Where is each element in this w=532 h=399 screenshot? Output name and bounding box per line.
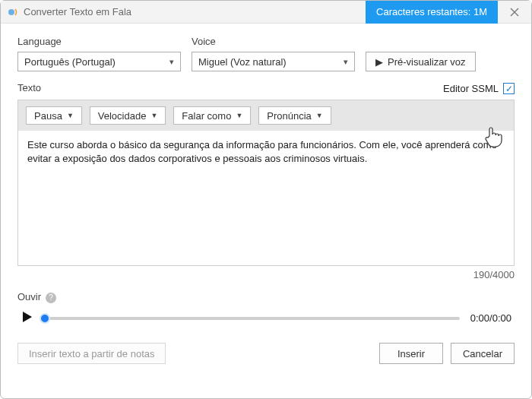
chars-remaining-badge: Caracteres restantes: 1M	[366, 1, 498, 24]
voice-column: Voice Miguel (Voz natural) ▾	[192, 36, 355, 71]
voice-value: Miguel (Voz natural)	[198, 56, 287, 68]
tool-speak-as[interactable]: Falar como▼	[173, 106, 251, 125]
titlebar: Converter Texto em Fala Caracteres resta…	[1, 1, 531, 24]
text-content: Este curso aborda o básico da segurança …	[27, 138, 505, 166]
ssml-toolbar: Pausa▼ Velocidade▼ Falar como▼ Pronúncia…	[17, 100, 515, 131]
dialog-window: Converter Texto em Fala Caracteres resta…	[0, 0, 532, 399]
chevron-down-icon: ▾	[169, 57, 174, 67]
svg-point-0	[8, 9, 14, 15]
editor-block: Pausa▼ Velocidade▼ Falar como▼ Pronúncia…	[17, 100, 515, 266]
footer-row: Inserir texto a partir de notas Inserir …	[17, 343, 515, 364]
app-icon	[7, 6, 19, 18]
audio-player: 0:00/0:00	[17, 310, 515, 326]
top-row: Language Português (Portugal) ▾ Voice Mi…	[17, 36, 515, 71]
preview-voice-button[interactable]: ▶ Pré-visualizar voz	[366, 52, 476, 71]
play-icon: ▶	[375, 56, 383, 68]
chevron-down-icon: ▼	[316, 112, 323, 119]
cancel-button[interactable]: Cancelar	[451, 343, 515, 364]
ssml-editor-toggle[interactable]: Editor SSML ✓	[443, 83, 515, 94]
language-label: Language	[17, 36, 181, 47]
tool-pronunciation[interactable]: Pronúncia▼	[258, 106, 331, 125]
listen-label: Ouvir	[17, 291, 41, 302]
window-title: Converter Texto em Fala	[24, 6, 366, 17]
listen-row: Ouvir ?	[17, 291, 515, 304]
language-select[interactable]: Português (Portugal) ▾	[17, 52, 181, 71]
insert-from-notes-button[interactable]: Inserir texto a partir de notas	[17, 343, 166, 364]
texto-label: Texto	[17, 82, 41, 93]
text-input[interactable]: Este curso aborda o básico da segurança …	[17, 131, 515, 266]
tool-pause[interactable]: Pausa▼	[26, 106, 82, 125]
language-value: Português (Portugal)	[24, 56, 116, 68]
voice-select[interactable]: Miguel (Voz natural) ▾	[192, 52, 355, 71]
chevron-down-icon: ▼	[67, 112, 74, 119]
texto-header-row: Texto Editor SSML ✓	[17, 82, 515, 95]
preview-label: Pré-visualizar voz	[388, 56, 466, 68]
help-icon[interactable]: ?	[46, 293, 56, 303]
time-display: 0:00/0:00	[470, 312, 511, 324]
voice-label: Voice	[192, 36, 355, 47]
chevron-down-icon: ▼	[236, 112, 242, 119]
seek-thumb[interactable]	[40, 313, 50, 324]
play-button[interactable]	[21, 310, 34, 326]
insert-button[interactable]: Inserir	[379, 343, 443, 364]
tool-speed[interactable]: Velocidade▼	[90, 106, 166, 125]
seek-track[interactable]	[45, 317, 460, 320]
content-area: Language Português (Portugal) ▾ Voice Mi…	[1, 24, 531, 398]
chevron-down-icon: ▾	[344, 57, 348, 67]
ssml-checkbox[interactable]: ✓	[503, 83, 515, 94]
chevron-down-icon: ▼	[150, 112, 157, 119]
close-button[interactable]	[498, 1, 531, 24]
char-counter: 190/4000	[17, 269, 515, 280]
ssml-label: Editor SSML	[443, 83, 499, 94]
language-column: Language Português (Portugal) ▾	[17, 36, 181, 71]
